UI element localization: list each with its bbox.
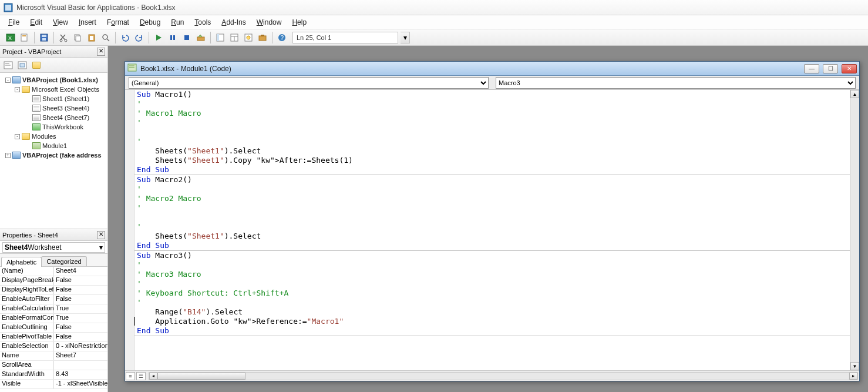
properties-object-combo[interactable]: Sheet4 Worksheet ▾ [0,241,107,254]
properties-panel-close-icon[interactable]: ✕ [97,231,105,239]
menu-help[interactable]: Help [292,18,307,26]
expand-toggle-icon[interactable]: - [15,87,20,92]
scroll-down-icon[interactable]: ▼ [850,362,859,370]
toolbox-icon[interactable] [257,32,268,43]
close-button[interactable]: ✕ [842,64,857,73]
properties-tabs: Alphabetic Categorized [0,254,107,267]
tree-item[interactable]: Sheet3 (Sheet4) [1,103,106,113]
scroll-left-icon[interactable]: ◂ [149,373,157,380]
reset-icon[interactable] [181,32,193,43]
tree-item[interactable]: Sheet4 (Sheet7) [1,113,106,122]
redo-icon[interactable] [133,32,145,43]
cut-icon[interactable] [58,32,69,43]
procedure-dropdown[interactable]: Macro3 [496,77,856,89]
cursor-dropdown-icon[interactable]: ▾ [401,32,410,43]
procedure-view-icon[interactable]: ≡ [126,372,135,380]
margin-indicator-bar[interactable] [125,90,134,370]
properties-window-icon[interactable] [228,32,240,43]
menu-format[interactable]: Format [107,18,129,26]
undo-icon[interactable] [119,32,131,43]
help-icon[interactable]: ? [276,32,288,43]
property-row[interactable]: EnableAutoFilterFalse [0,295,107,304]
code-editor[interactable]: Sub Macro1()'' Macro1 Macro' ' Sheets("S… [134,90,850,370]
menu-debug[interactable]: Debug [140,18,160,26]
property-row[interactable]: EnableFormatConTrue [0,314,107,323]
property-value[interactable]: -1 - xlSheetVisible [54,380,107,388]
property-value[interactable]: False [54,276,107,285]
menu-window[interactable]: Window [257,18,282,26]
save-icon[interactable] [38,32,50,43]
project-explorer-icon[interactable] [214,32,226,43]
property-value[interactable]: True [54,304,107,313]
expand-toggle-icon[interactable]: - [15,134,20,139]
tree-item[interactable]: +VBAProject (fake address [1,150,106,160]
property-row[interactable]: NameSheet7 [0,351,107,361]
object-browser-icon[interactable] [243,32,254,43]
property-value[interactable]: False [54,286,107,294]
toggle-folders-icon[interactable] [31,59,42,71]
menu-view[interactable]: View [53,18,68,26]
scroll-up-icon[interactable]: ▲ [850,90,859,98]
view-object-icon[interactable] [16,59,28,71]
minimize-button[interactable]: — [804,64,819,73]
object-dropdown[interactable]: (General) [129,77,489,89]
design-mode-icon[interactable] [195,32,207,43]
tree-item[interactable]: -VBAProject (Book1.xlsx) [1,75,106,85]
property-value[interactable]: False [54,295,107,304]
copy-icon[interactable] [72,32,83,43]
menu-insert[interactable]: Insert [79,18,96,26]
property-row[interactable]: StandardWidth8.43 [0,370,107,380]
property-value[interactable]: 8.43 [54,370,107,379]
property-row[interactable]: EnableOutliningFalse [0,323,107,333]
break-icon[interactable] [167,32,179,43]
view-excel-icon[interactable]: X [5,32,16,43]
view-code-icon[interactable] [2,59,14,71]
property-row[interactable]: EnableCalculationTrue [0,304,107,314]
svg-rect-7 [42,35,46,37]
expand-toggle-icon[interactable]: - [5,78,11,83]
code-window-titlebar[interactable]: Book1.xlsx - Module1 (Code) — ☐ ✕ [125,62,859,76]
property-value[interactable]: False [54,333,107,341]
svg-rect-30 [261,35,264,36]
tree-item[interactable]: -Microsoft Excel Objects [1,85,106,94]
paste-icon[interactable] [86,32,97,43]
property-value[interactable]: Sheet4 [54,267,107,276]
menu-run[interactable]: Run [171,18,184,26]
property-value[interactable]: True [54,314,107,323]
tab-alphabetic[interactable]: Alphabetic [1,257,42,267]
maximize-button[interactable]: ☐ [823,64,838,73]
scroll-right-icon[interactable]: ▸ [849,373,857,380]
expand-toggle-icon[interactable]: + [5,153,11,158]
tree-item[interactable]: Module1 [1,141,106,150]
menu-edit[interactable]: Edit [30,18,42,26]
tree-item[interactable]: ThisWorkbook [1,122,106,132]
horizontal-scrollbar[interactable]: ◂ ▸ [149,372,858,380]
property-row[interactable]: ScrollArea [0,361,107,370]
menu-addins[interactable]: Add-Ins [221,18,245,26]
svg-point-28 [247,36,250,39]
property-value[interactable] [54,361,107,370]
property-value[interactable]: Sheet7 [54,351,107,360]
property-row[interactable]: (Name)Sheet4 [0,267,107,276]
property-row[interactable]: Visible-1 - xlSheetVisible [0,380,107,389]
hscroll-thumb[interactable] [157,373,245,380]
full-module-view-icon[interactable]: ☰ [136,372,146,380]
menu-file[interactable]: File [8,18,19,26]
tree-item[interactable]: Sheet1 (Sheet1) [1,94,106,103]
run-icon[interactable] [153,32,164,43]
menu-tools[interactable]: Tools [194,18,211,26]
project-panel-close-icon[interactable]: ✕ [97,48,105,56]
property-value[interactable]: 0 - xlNoRestrictions [54,342,107,351]
find-icon[interactable] [100,32,112,43]
project-tree[interactable]: -VBAProject (Book1.xlsx)-Microsoft Excel… [0,73,107,229]
tree-item[interactable]: -Modules [1,132,106,141]
properties-grid[interactable]: (Name)Sheet4DisplayPageBreaksFalseDispla… [0,267,107,392]
property-row[interactable]: DisplayPageBreaksFalse [0,276,107,286]
vertical-scrollbar[interactable]: ▲ ▼ [850,90,859,370]
tab-categorized[interactable]: Categorized [41,256,86,266]
property-value[interactable]: False [54,323,107,332]
property-row[interactable]: EnableSelection0 - xlNoRestrictions [0,342,107,351]
property-row[interactable]: DisplayRightToLeftFalse [0,286,107,295]
insert-module-icon[interactable] [19,32,31,43]
property-row[interactable]: EnablePivotTableFalse [0,333,107,342]
